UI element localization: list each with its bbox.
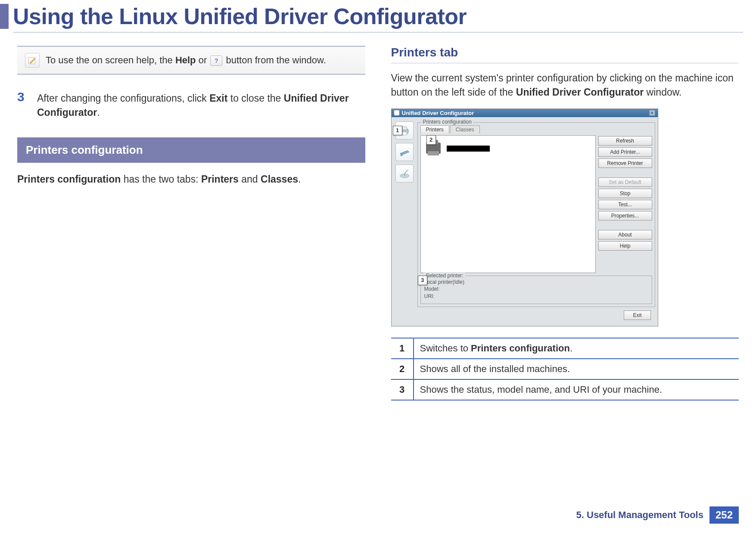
printers-tab-intro: View the current system's printer config… xyxy=(391,71,739,100)
intro-b1: Unified Driver Configurator xyxy=(516,87,644,98)
side-icon-scanners[interactable] xyxy=(395,143,414,161)
body-bold-1: Printers configuration xyxy=(17,174,121,185)
subheading-printers-tab: Printers tab xyxy=(391,46,739,63)
printer-entry-name xyxy=(447,145,490,152)
body-p3: . xyxy=(298,174,301,185)
titlebar-close-button[interactable]: × xyxy=(649,110,655,116)
right-column: Printers tab View the current system's p… xyxy=(391,46,739,400)
section-banner-printers-config: Printers configuration xyxy=(17,137,365,163)
legend-desc-3: Shows the status, model name, and URI of… xyxy=(414,379,739,400)
legend-1-p1: Switches to xyxy=(420,343,471,354)
table-row: 3 Shows the status, model name, and URI … xyxy=(391,379,739,400)
button-spacer-2 xyxy=(598,222,652,228)
side-icon-column xyxy=(394,120,415,323)
table-row: 2 Shows all of the installed machines. xyxy=(391,359,739,379)
exit-row: Exit xyxy=(417,307,655,323)
body-p1: has the two tabs: xyxy=(121,174,201,185)
side-button-column: Refresh Add Printer... Remove Printer Se… xyxy=(598,135,652,273)
body-bold-2: Printers xyxy=(201,174,239,185)
set-default-button[interactable]: Set as Default xyxy=(598,177,652,187)
svg-rect-3 xyxy=(402,132,407,135)
legend-desc-1: Switches to Printers configuration. xyxy=(414,338,739,359)
help-button-icon xyxy=(210,56,222,66)
table-row: 1 Switches to Printers configuration. xyxy=(391,338,739,359)
selected-line-3: URI: xyxy=(424,293,648,300)
selected-line-2: Model: xyxy=(424,286,648,293)
left-column: To use the on screen help, the Help or b… xyxy=(17,46,365,400)
about-button[interactable]: About xyxy=(598,230,652,239)
legend-1-b1: Printers configuration xyxy=(471,343,570,354)
printers-config-group: Printers configuration Printers Classes xyxy=(417,122,655,307)
tab-printers[interactable]: Printers xyxy=(420,125,449,134)
legend-1-p2: . xyxy=(570,343,572,354)
legend-num-1: 1 xyxy=(391,338,414,359)
properties-button[interactable]: Properties... xyxy=(598,211,652,220)
group-label-printers-config: Printers configuration xyxy=(421,119,473,125)
stop-button[interactable]: Stop xyxy=(598,189,652,198)
tabstrip: Printers Classes xyxy=(420,125,652,134)
printer-name-redacted xyxy=(447,146,490,152)
legend-desc-2: Shows all of the installed machines. xyxy=(414,359,739,379)
callout-1: 1 xyxy=(393,126,402,135)
body-p2: and xyxy=(239,174,261,185)
legend-table: 1 Switches to Printers configuration. 2 … xyxy=(391,338,739,400)
app-body: Printers configuration Printers Classes xyxy=(392,117,658,326)
svg-rect-8 xyxy=(428,151,439,155)
note-text-prefix: To use the on screen help, the xyxy=(46,55,175,65)
titlebar-title: Unified Driver Configurator xyxy=(402,110,474,116)
page-header: Using the Linux Unified Driver Configura… xyxy=(0,0,756,29)
remove-printer-button[interactable]: Remove Printer xyxy=(598,158,652,168)
printer-list-row: Refresh Add Printer... Remove Printer Se… xyxy=(420,135,652,273)
body-bold-3: Classes xyxy=(261,174,298,185)
test-button[interactable]: Test... xyxy=(598,200,652,209)
footer-chapter: 5. Useful Management Tools xyxy=(576,509,703,521)
footer-page-number: 252 xyxy=(709,506,739,524)
note-text-help-bold: Help xyxy=(175,55,196,65)
refresh-button[interactable]: Refresh xyxy=(598,136,652,146)
printers-config-body: Printers configuration has the two tabs:… xyxy=(17,172,365,186)
titlebar-left: Unified Driver Configurator xyxy=(394,110,474,116)
note-text: To use the on screen help, the Help or b… xyxy=(46,55,326,66)
legend-num-2: 2 xyxy=(391,359,414,379)
screenshot-wrapper: Unified Driver Configurator × xyxy=(391,109,739,326)
note-box: To use the on screen help, the Help or b… xyxy=(17,46,365,75)
app-titlebar: Unified Driver Configurator × xyxy=(392,109,658,117)
step3-text-1: After changing the configurations, click xyxy=(37,93,209,104)
svg-rect-2 xyxy=(402,127,407,130)
printer-list-item[interactable] xyxy=(423,138,593,158)
selected-printer-group: Selected printer: Local printer(Idle) Mo… xyxy=(420,276,652,304)
selected-line-1: Local printer(Idle) xyxy=(424,279,648,286)
button-spacer-1 xyxy=(598,170,652,176)
selected-printer-label: Selected printer: xyxy=(424,272,465,279)
header-accent-bar xyxy=(0,4,9,29)
svg-rect-4 xyxy=(401,154,402,156)
callout-2: 2 xyxy=(426,135,436,145)
add-printer-button[interactable]: Add Printer... xyxy=(598,147,652,157)
legend-num-3: 3 xyxy=(391,379,414,400)
titlebar-app-icon xyxy=(394,110,399,115)
step3-bold-exit: Exit xyxy=(209,93,227,104)
callout-3: 3 xyxy=(418,276,427,285)
exit-button[interactable]: Exit xyxy=(624,310,650,320)
step3-text-3: . xyxy=(97,107,100,118)
side-icon-ports[interactable] xyxy=(395,165,414,183)
intro-p2: window. xyxy=(644,87,681,98)
step-3: 3 After changing the configurations, cli… xyxy=(17,90,365,120)
help-button[interactable]: Help xyxy=(598,241,652,251)
note-text-mid: or xyxy=(196,55,210,65)
step-body: After changing the configurations, click… xyxy=(37,90,365,120)
note-pencil-icon xyxy=(25,53,40,68)
step3-text-2: to close the xyxy=(227,93,283,104)
content-columns: To use the on screen help, the Help or b… xyxy=(0,33,756,400)
tab-classes[interactable]: Classes xyxy=(450,125,480,134)
printer-list[interactable] xyxy=(420,135,596,273)
page-footer: 5. Useful Management Tools 252 xyxy=(576,506,739,524)
app-main: Printers configuration Printers Classes xyxy=(417,120,655,323)
step-number: 3 xyxy=(17,90,29,120)
note-text-suffix: button from the window. xyxy=(223,55,326,65)
page-title: Using the Linux Unified Driver Configura… xyxy=(13,3,467,29)
